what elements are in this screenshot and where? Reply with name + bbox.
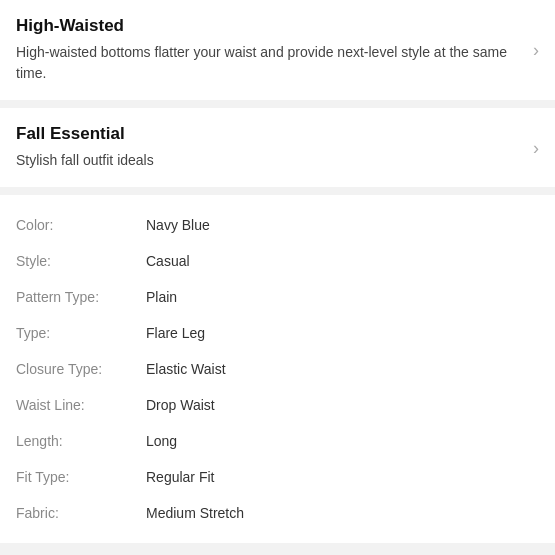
spec-row: Closure Type:Elastic Waist [16, 351, 539, 387]
spec-value: Navy Blue [146, 217, 210, 233]
spec-value: Plain [146, 289, 177, 305]
spec-value: Casual [146, 253, 190, 269]
spec-label: Waist Line: [16, 397, 146, 413]
spec-value: Medium Stretch [146, 505, 244, 521]
spec-label: Fabric: [16, 505, 146, 521]
spec-label: Closure Type: [16, 361, 146, 377]
spec-row: Pattern Type:Plain [16, 279, 539, 315]
spec-label: Color: [16, 217, 146, 233]
fall-essential-chevron-icon: › [533, 137, 539, 158]
spec-row: Type:Flare Leg [16, 315, 539, 351]
specifications-section: Color:Navy BlueStyle:CasualPattern Type:… [0, 195, 555, 543]
spec-row: Fabric:Medium Stretch [16, 495, 539, 531]
spec-row: Color:Navy Blue [16, 207, 539, 243]
spec-value: Drop Waist [146, 397, 215, 413]
spec-row: Waist Line:Drop Waist [16, 387, 539, 423]
high-waisted-description: High-waisted bottoms flatter your waist … [16, 42, 539, 84]
spec-value: Long [146, 433, 177, 449]
spec-row: Length:Long [16, 423, 539, 459]
spec-row: Fit Type:Regular Fit [16, 459, 539, 495]
spec-label: Fit Type: [16, 469, 146, 485]
fall-essential-card[interactable]: Fall Essential Stylish fall outfit ideal… [0, 108, 555, 187]
spec-label: Length: [16, 433, 146, 449]
spec-value: Flare Leg [146, 325, 205, 341]
spec-label: Style: [16, 253, 146, 269]
fall-essential-title: Fall Essential [16, 124, 539, 144]
high-waisted-card[interactable]: High-Waisted High-waisted bottoms flatte… [0, 0, 555, 100]
spec-value: Elastic Waist [146, 361, 226, 377]
high-waisted-chevron-icon: › [533, 40, 539, 61]
fall-essential-description: Stylish fall outfit ideals [16, 150, 539, 171]
spec-label: Pattern Type: [16, 289, 146, 305]
high-waisted-title: High-Waisted [16, 16, 539, 36]
spec-value: Regular Fit [146, 469, 214, 485]
spec-row: Style:Casual [16, 243, 539, 279]
spec-label: Type: [16, 325, 146, 341]
